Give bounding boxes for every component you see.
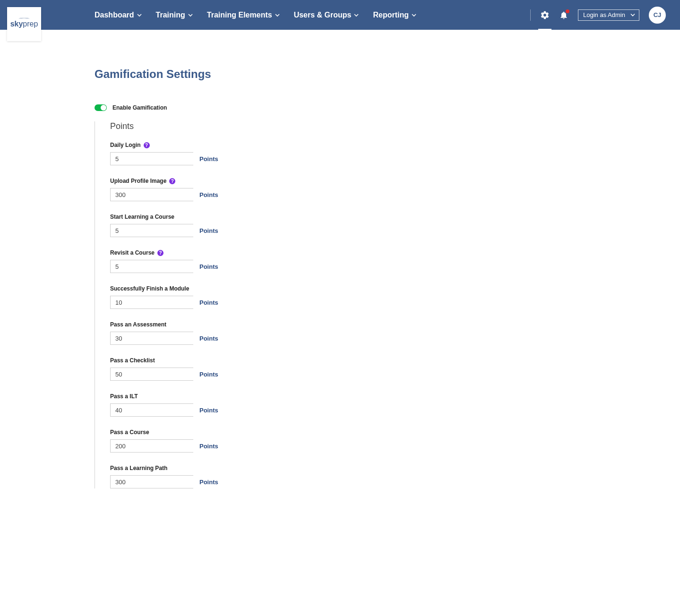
points-suffix: Points: [199, 335, 223, 342]
enable-gamification-label: Enable Gamification: [112, 104, 167, 111]
chevron-down-icon: [137, 13, 142, 17]
field-label: Pass a Course: [110, 429, 149, 436]
pass-assessment-input[interactable]: [111, 332, 199, 344]
page-title: Gamification Settings: [95, 68, 680, 81]
field-finish-module: Successfully Finish a Module Points: [110, 285, 680, 309]
login-as-select[interactable]: Login as Admin: [578, 9, 639, 21]
input-group: Points: [110, 475, 193, 488]
nav-dashboard[interactable]: Dashboard: [95, 11, 142, 19]
pass-checklist-input[interactable]: [111, 368, 199, 380]
input-group: Points: [110, 188, 193, 201]
field-revisit-course: Revisit a Course ? Points: [110, 249, 680, 273]
field-label: Daily Login: [110, 142, 141, 148]
points-suffix: Points: [199, 371, 223, 378]
enable-gamification-row: Enable Gamification: [95, 104, 680, 111]
login-as-label: Login as Admin: [583, 11, 625, 18]
field-pass-checklist: Pass a Checklist Points: [110, 357, 680, 381]
field-daily-login: Daily Login ? Points: [110, 142, 680, 165]
points-suffix: Points: [199, 191, 223, 198]
main-nav: Dashboard Training Training Elements Use…: [95, 11, 416, 19]
nav-reporting-label: Reporting: [373, 11, 409, 19]
nav-dashboard-label: Dashboard: [95, 11, 134, 19]
points-suffix: Points: [199, 227, 223, 234]
field-pass-assessment: Pass an Assessment Points: [110, 321, 680, 345]
field-label: Pass a ILT: [110, 393, 138, 400]
logo[interactable]: skyprep: [7, 7, 41, 41]
points-suffix: Points: [199, 479, 223, 486]
points-suffix: Points: [199, 263, 223, 270]
gear-icon: [540, 13, 550, 21]
input-group: Points: [110, 224, 193, 237]
notification-dot-icon: [566, 9, 569, 13]
pass-ilt-input[interactable]: [111, 404, 199, 416]
app-header: skyprep Dashboard Training Training Elem…: [0, 0, 680, 30]
nav-users-groups-label: Users & Groups: [294, 11, 352, 19]
input-group: Points: [110, 439, 193, 453]
input-group: Points: [110, 296, 193, 309]
nav-training-elements[interactable]: Training Elements: [207, 11, 280, 19]
header-actions: Login as Admin CJ: [530, 7, 666, 24]
avatar-initials: CJ: [654, 11, 662, 18]
chevron-down-icon: [188, 13, 193, 17]
field-label: Revisit a Course: [110, 249, 155, 256]
field-start-learning-course: Start Learning a Course Points: [110, 214, 680, 237]
input-group: Points: [110, 332, 193, 345]
field-label: Pass a Learning Path: [110, 465, 167, 471]
help-icon[interactable]: ?: [169, 178, 175, 184]
points-suffix: Points: [199, 407, 223, 414]
input-group: Points: [110, 260, 193, 273]
help-icon[interactable]: ?: [144, 142, 150, 148]
divider: [530, 9, 531, 21]
logo-text: skyprep: [10, 20, 38, 28]
pass-learning-path-input[interactable]: [111, 476, 199, 488]
nav-users-groups[interactable]: Users & Groups: [294, 11, 359, 19]
points-suffix: Points: [199, 443, 223, 450]
points-suffix: Points: [199, 299, 223, 306]
avatar[interactable]: CJ: [649, 7, 666, 24]
input-group: Points: [110, 152, 193, 165]
points-section: Points Daily Login ? Points Upload Profi…: [95, 121, 680, 488]
daily-login-input[interactable]: [111, 153, 199, 165]
field-label: Pass a Checklist: [110, 357, 155, 364]
points-section-title: Points: [110, 121, 680, 131]
toggle-knob: [101, 105, 106, 111]
points-suffix: Points: [199, 155, 223, 163]
field-label: Successfully Finish a Module: [110, 285, 189, 292]
finish-module-input[interactable]: [111, 296, 199, 308]
revisit-course-input[interactable]: [111, 260, 199, 273]
input-group: Points: [110, 368, 193, 381]
nav-training[interactable]: Training: [156, 11, 193, 19]
start-learning-input[interactable]: [111, 224, 199, 237]
field-upload-profile-image: Upload Profile Image ? Points: [110, 178, 680, 201]
chevron-down-icon: [630, 11, 635, 18]
field-pass-course: Pass a Course Points: [110, 429, 680, 453]
settings-button[interactable]: [540, 10, 550, 20]
nav-training-label: Training: [156, 11, 185, 19]
bell-icon: [559, 13, 568, 21]
notifications-button[interactable]: [559, 10, 568, 20]
nav-reporting[interactable]: Reporting: [373, 11, 416, 19]
field-pass-learning-path: Pass a Learning Path Points: [110, 465, 680, 488]
chevron-down-icon: [412, 13, 416, 17]
chevron-down-icon: [354, 13, 359, 17]
upload-profile-input[interactable]: [111, 188, 199, 201]
enable-gamification-toggle[interactable]: [95, 104, 107, 111]
help-icon[interactable]: ?: [157, 250, 164, 256]
nav-training-elements-label: Training Elements: [207, 11, 272, 19]
chevron-down-icon: [275, 13, 280, 17]
field-label: Upload Profile Image: [110, 178, 166, 184]
field-label: Start Learning a Course: [110, 214, 174, 220]
input-group: Points: [110, 403, 193, 417]
field-pass-ilt: Pass a ILT Points: [110, 393, 680, 417]
pass-course-input[interactable]: [111, 440, 199, 452]
main-content: Gamification Settings Enable Gamificatio…: [0, 30, 680, 529]
field-label: Pass an Assessment: [110, 321, 166, 328]
